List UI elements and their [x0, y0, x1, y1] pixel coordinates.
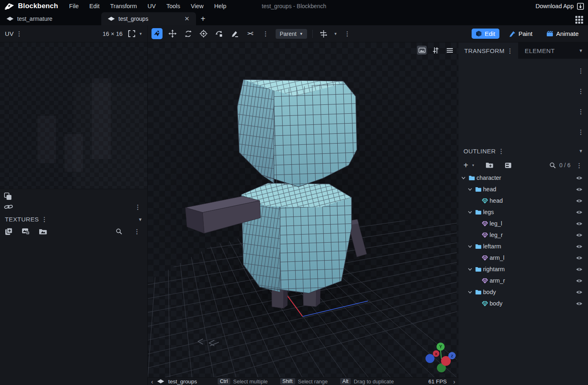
visibility-eye-icon[interactable]	[576, 233, 583, 237]
viewport-3d[interactable]: Z X Y	[148, 42, 459, 377]
tab-overview-icon[interactable]	[575, 16, 583, 24]
download-app-button[interactable]: Download App	[535, 3, 574, 9]
new-tab-button[interactable]: +	[196, 12, 210, 25]
expander-chevron-icon[interactable]	[468, 245, 474, 248]
gizmo-neg-z-ball[interactable]	[425, 354, 434, 363]
visibility-eye-icon[interactable]	[576, 210, 583, 215]
outliner-item-character[interactable]: character	[459, 172, 588, 184]
visibility-eye-icon[interactable]	[576, 244, 583, 249]
outliner-item-head[interactable]: head	[459, 195, 588, 206]
outliner-item-label: arm_l	[490, 254, 504, 261]
visibility-eye-icon[interactable]	[576, 290, 583, 294]
menu-transform[interactable]: Transform	[105, 0, 143, 12]
outliner-item-arm_r[interactable]: arm_r	[459, 275, 588, 286]
menu-tools[interactable]: Tools	[161, 0, 185, 12]
outliner-item-head[interactable]: head	[459, 184, 588, 195]
outliner-menu-icon[interactable]: ⋮	[496, 148, 507, 154]
outliner-view-icon[interactable]	[505, 162, 512, 168]
mode-animate-button[interactable]: Animate	[542, 29, 583, 39]
outliner-item-body[interactable]: body	[459, 286, 588, 298]
visibility-eye-icon[interactable]	[576, 267, 583, 272]
add-group-icon[interactable]	[486, 162, 493, 168]
visibility-eye-icon[interactable]	[576, 256, 583, 260]
outliner-collapse-icon[interactable]: ▼	[579, 148, 583, 153]
menu-uv[interactable]: UV	[142, 0, 161, 12]
tab-element[interactable]: ELEMENT	[518, 42, 561, 59]
expander-chevron-icon[interactable]	[468, 268, 474, 271]
texture-folder-icon[interactable]	[39, 228, 48, 235]
outliner-search-icon[interactable]	[549, 162, 556, 169]
mode-paint-button[interactable]: Paint	[505, 29, 537, 39]
expander-chevron-icon[interactable]	[461, 177, 468, 179]
transform-menu-icon[interactable]: ⋮	[505, 48, 516, 54]
slider-menu-icon[interactable]: ⋮	[575, 68, 586, 74]
rotate-tool-button[interactable]	[183, 28, 194, 39]
visibility-eye-icon[interactable]	[576, 199, 583, 203]
transform-space-button[interactable]	[214, 28, 225, 39]
outliner-toolbar-menu-icon[interactable]: ⋮	[574, 162, 585, 168]
pivot-tool-button[interactable]	[198, 28, 209, 39]
viewport-background-button[interactable]	[417, 46, 427, 55]
right-panel-collapse-icon[interactable]: ▼	[579, 48, 588, 53]
slider-menu-icon[interactable]: ⋮	[575, 88, 586, 94]
outliner-item-legs[interactable]: legs	[459, 206, 588, 218]
outliner-item-label: leg_r	[490, 232, 503, 238]
model-body[interactable]	[241, 183, 352, 293]
menu-view[interactable]: View	[185, 0, 209, 12]
tab-test-armature[interactable]: test_armature	[0, 12, 101, 25]
expander-chevron-icon[interactable]	[468, 291, 474, 294]
view-gizmo[interactable]: Z X Y	[425, 343, 456, 372]
toolbar-menu-icon[interactable]: ⋮	[260, 31, 271, 37]
slider-menu-icon[interactable]: ⋮	[575, 129, 586, 135]
slider-menu-icon[interactable]: ⋮	[575, 108, 586, 115]
uv-editor-canvas[interactable]	[0, 42, 147, 189]
visibility-eye-icon[interactable]	[576, 279, 583, 283]
tab-close-icon[interactable]: ✕	[184, 15, 189, 22]
download-icon[interactable]	[577, 3, 584, 10]
add-element-dropdown-icon[interactable]: ▼	[472, 164, 475, 167]
expander-chevron-icon[interactable]	[468, 188, 474, 191]
uv-frame-dropdown-icon[interactable]: ▼	[139, 32, 143, 36]
outliner-item-leg_l[interactable]: leg_l	[459, 218, 588, 229]
link-uv-icon[interactable]	[4, 204, 13, 210]
add-element-button[interactable]: +	[463, 161, 468, 169]
visibility-eye-icon[interactable]	[576, 301, 583, 306]
menu-help[interactable]: Help	[209, 0, 232, 12]
texture-search-icon[interactable]	[116, 228, 122, 235]
parent-dropdown[interactable]: Parent ▼	[276, 29, 307, 39]
outliner-item-leftarm[interactable]: leftarm	[459, 241, 588, 252]
status-next-icon[interactable]: ›	[453, 378, 455, 385]
expander-chevron-icon[interactable]	[468, 211, 474, 214]
status-prev-icon[interactable]: ‹	[151, 378, 153, 385]
create-texture-icon[interactable]	[5, 228, 13, 235]
visibility-eye-icon[interactable]	[576, 176, 583, 180]
viewport-menu-button[interactable]	[445, 46, 454, 55]
visibility-eye-icon[interactable]	[576, 187, 583, 192]
tab-transform[interactable]: TRANSFORM ⋮	[459, 42, 518, 59]
outliner-item-arm_l[interactable]: arm_l	[459, 252, 588, 263]
outliner-item-body[interactable]: body	[459, 298, 588, 309]
move-tool-button[interactable]	[167, 28, 178, 39]
tab-test-groups[interactable]: test_groups ✕	[101, 12, 196, 25]
textures-menu-icon[interactable]: ⋮	[39, 216, 50, 222]
uv-panel-menu-icon[interactable]: ⋮	[13, 31, 24, 37]
viewport-settings-button[interactable]	[431, 46, 441, 55]
mode-edit-button[interactable]: Edit	[472, 29, 499, 39]
copy-uv-icon[interactable]	[4, 192, 12, 200]
outliner-item-rightarm[interactable]: rightarm	[459, 263, 588, 275]
mirror-tool-button[interactable]	[318, 28, 329, 39]
uv-tools-menu-icon[interactable]: ⋮	[132, 204, 143, 210]
brush-tool-button[interactable]	[229, 28, 240, 39]
scissors-tool-button[interactable]: ✂	[245, 28, 256, 39]
uv-frame-icon[interactable]	[128, 30, 135, 37]
textures-toolbar-menu-icon[interactable]: ⋮	[131, 228, 143, 235]
import-texture-icon[interactable]	[22, 228, 30, 235]
menu-file[interactable]: File	[64, 0, 84, 12]
outliner-item-leg_r[interactable]: leg_r	[459, 229, 588, 241]
textures-collapse-icon[interactable]: ▼	[138, 217, 143, 222]
visibility-eye-icon[interactable]	[576, 221, 583, 226]
mirror-dropdown-icon[interactable]: ▼	[334, 32, 337, 36]
menu-edit[interactable]: Edit	[84, 0, 105, 12]
select-tool-button[interactable]	[151, 28, 163, 39]
toolbar-menu2-icon[interactable]: ⋮	[342, 31, 353, 37]
